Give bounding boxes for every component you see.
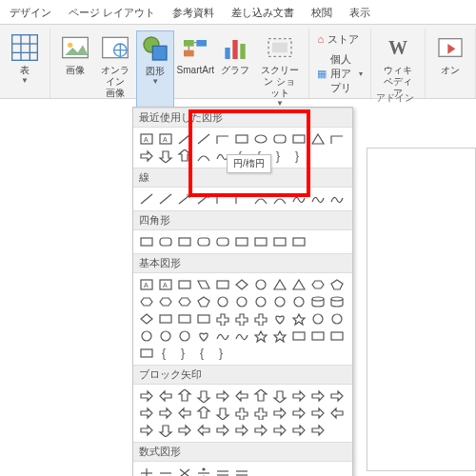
image-button[interactable]: 画像 — [56, 30, 94, 109]
shape-rect[interactable] — [213, 276, 232, 293]
shape-diamond[interactable] — [232, 276, 251, 293]
shape-cross[interactable] — [251, 405, 270, 422]
shape-rect[interactable] — [232, 130, 251, 148]
shape-rrect[interactable] — [194, 233, 213, 250]
shape-larrow[interactable] — [194, 422, 213, 439]
shape-eq[interactable] — [232, 465, 251, 476]
shape-rect[interactable] — [270, 233, 289, 250]
shape-rarrow[interactable] — [308, 422, 327, 439]
smartart-button[interactable]: SmartArt — [176, 30, 214, 109]
shape-circ[interactable] — [175, 327, 194, 345]
shape-plus[interactable] — [137, 465, 156, 476]
online-image-button[interactable]: オンライン 画像 — [96, 30, 134, 109]
shape-rect[interactable] — [232, 233, 251, 250]
shape-curve[interactable] — [194, 148, 213, 165]
shape-tri[interactable] — [308, 130, 327, 148]
shape-larrow[interactable] — [327, 405, 347, 422]
shape-elbow[interactable] — [213, 130, 232, 148]
shape-circ[interactable] — [289, 293, 308, 310]
shape-darrow[interactable] — [156, 148, 175, 165]
shape-brace2[interactable]: } — [289, 148, 308, 165]
shape-rect[interactable] — [289, 130, 308, 148]
shape-circ[interactable] — [308, 310, 327, 327]
shape-free[interactable] — [213, 327, 232, 345]
shape-text[interactable]: A — [137, 130, 156, 148]
shape-free[interactable] — [327, 190, 347, 208]
shape-brace[interactable]: { — [156, 345, 175, 362]
shape-free[interactable] — [232, 327, 251, 345]
shape-circ[interactable] — [137, 327, 156, 345]
shape-star[interactable] — [270, 327, 289, 345]
tab-review[interactable]: 校閲 — [311, 6, 332, 20]
shape-darrow[interactable] — [194, 387, 213, 405]
shape-rarrow[interactable] — [289, 387, 308, 405]
shape-cyl[interactable] — [308, 293, 327, 310]
shape-pent[interactable] — [327, 276, 347, 293]
shape-rrect[interactable] — [156, 233, 175, 250]
shape-rarrow[interactable] — [251, 422, 270, 439]
shape-rect[interactable] — [327, 327, 347, 345]
shape-hex[interactable] — [137, 293, 156, 310]
shape-line[interactable] — [137, 190, 156, 208]
shape-rect[interactable] — [175, 233, 194, 250]
chart-button[interactable]: グラフ — [216, 30, 254, 109]
screenshot-button[interactable]: スクリーン ショット ▼ — [256, 30, 303, 109]
shape-circ[interactable] — [270, 293, 289, 310]
shape-arrow[interactable] — [175, 190, 194, 208]
shape-uarrow[interactable] — [175, 148, 194, 165]
shape-circ[interactable] — [213, 293, 232, 310]
shape-rrect[interactable] — [270, 130, 289, 148]
shape-diamond[interactable] — [137, 310, 156, 327]
shape-star[interactable] — [251, 327, 270, 345]
shape-line[interactable] — [156, 190, 175, 208]
shape-rarrow[interactable] — [289, 422, 308, 439]
shape-para[interactable] — [194, 276, 213, 293]
tab-mailings[interactable]: 差し込み文書 — [231, 6, 294, 20]
shape-rarrow[interactable] — [289, 405, 308, 422]
shape-rarrow[interactable] — [270, 405, 289, 422]
shape-div[interactable] — [194, 465, 213, 476]
shape-larrow[interactable] — [175, 405, 194, 422]
shape-text[interactable]: A — [156, 276, 175, 293]
shape-cyl[interactable] — [327, 293, 347, 310]
shape-circ[interactable] — [251, 293, 270, 310]
shape-free[interactable] — [308, 190, 327, 208]
shape-line[interactable] — [175, 130, 194, 148]
shape-tri[interactable] — [289, 276, 308, 293]
shape-rarrow[interactable] — [156, 405, 175, 422]
shape-cross[interactable] — [251, 310, 270, 327]
shape-darrow[interactable] — [213, 405, 232, 422]
shape-rect[interactable] — [308, 327, 327, 345]
shape-curve[interactable] — [251, 190, 270, 208]
shape-hex[interactable] — [156, 293, 175, 310]
shape-rarrow[interactable] — [137, 422, 156, 439]
shape-elbow[interactable] — [232, 190, 251, 208]
shape-tri[interactable] — [270, 276, 289, 293]
shape-cross[interactable] — [232, 405, 251, 422]
shape-rarrow[interactable] — [327, 387, 347, 405]
shape-circ[interactable] — [327, 310, 347, 327]
tab-references[interactable]: 参考資料 — [172, 6, 214, 20]
shape-brace2[interactable]: } — [213, 345, 232, 362]
shape-text[interactable]: A — [156, 130, 175, 148]
shape-rect[interactable] — [289, 327, 308, 345]
shape-darrow[interactable] — [156, 422, 175, 439]
shape-circ[interactable] — [232, 293, 251, 310]
shape-star[interactable] — [289, 310, 308, 327]
tab-design[interactable]: デザイン — [10, 6, 51, 20]
shape-rect[interactable] — [137, 233, 156, 250]
shape-rarrow[interactable] — [308, 405, 327, 422]
shape-free[interactable] — [289, 190, 308, 208]
shape-elbow[interactable] — [213, 190, 232, 208]
shape-heart[interactable] — [194, 327, 213, 345]
shape-rrect[interactable] — [213, 233, 232, 250]
shape-hex[interactable] — [175, 293, 194, 310]
shape-rect[interactable] — [175, 276, 194, 293]
shape-rarrow[interactable] — [137, 148, 156, 165]
shape-minus[interactable] — [156, 465, 175, 476]
tab-view[interactable]: 表示 — [349, 6, 370, 20]
shape-pent[interactable] — [194, 293, 213, 310]
shape-rarrow[interactable] — [232, 422, 251, 439]
shape-times[interactable] — [175, 465, 194, 476]
wiki-button[interactable]: W ウィキ ペディア — [377, 30, 419, 101]
